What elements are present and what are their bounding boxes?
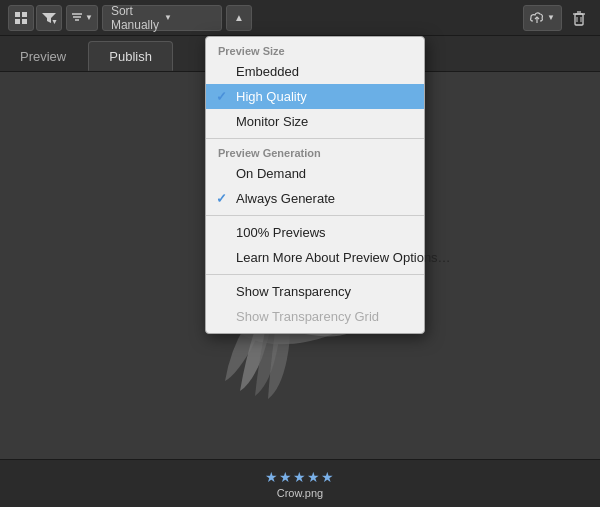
menu-item-high-quality[interactable]: High Quality [206,84,424,109]
toolbar: ▼ ▼ Sort Manually ▼ ▲ ▼ [0,0,600,36]
thumbnail-icon[interactable] [8,5,34,31]
menu-divider-1 [206,138,424,139]
toolbar-left-icons: ▼ [8,5,62,31]
menu-divider-3 [206,274,424,275]
star-rating: ★★★★★ [265,469,335,485]
sort-select[interactable]: Sort Manually ▼ [102,5,222,31]
menu-divider-2 [206,215,424,216]
menu-item-show-transparency-grid: Show Transparency Grid [206,304,424,329]
sort-direction-btn[interactable]: ▲ [226,5,252,31]
preview-generation-header: Preview Generation [206,143,424,161]
menu-item-learn-more[interactable]: Learn More About Preview Options… [206,245,424,270]
menu-item-always-generate[interactable]: Always Generate [206,186,424,211]
bottom-bar: ★★★★★ Crow.png [0,459,600,507]
svg-rect-0 [15,12,20,17]
trash-btn[interactable] [566,5,592,31]
menu-item-show-transparency[interactable]: Show Transparency [206,279,424,304]
menu-item-monitor-size[interactable]: Monitor Size [206,109,424,134]
tab-preview[interactable]: Preview [0,41,86,71]
filename-label: Crow.png [277,487,323,499]
svg-text:▼: ▼ [51,18,57,25]
svg-rect-9 [575,14,583,25]
filter-icon-btn[interactable]: ▼ [36,5,62,31]
tab-publish[interactable]: Publish [88,41,173,71]
menu-item-on-demand[interactable]: On Demand [206,161,424,186]
menu-item-100-previews[interactable]: 100% Previews [206,220,424,245]
preview-size-header: Preview Size [206,41,424,59]
svg-rect-3 [22,19,27,24]
sort-arrow: ▼ [164,13,213,22]
svg-rect-2 [15,19,20,24]
preview-dropdown-menu: Preview Size Embedded High Quality Monit… [205,36,425,334]
svg-rect-1 [22,12,27,17]
upload-btn[interactable]: ▼ [523,5,562,31]
menu-item-embedded[interactable]: Embedded [206,59,424,84]
view-filter-btn[interactable]: ▼ [66,5,98,31]
